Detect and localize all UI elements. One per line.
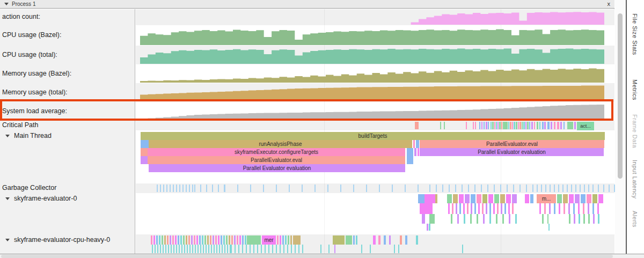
cpu-heavy-event [320, 245, 321, 253]
event-tick [253, 245, 254, 253]
cpu-heavy-event [373, 235, 376, 245]
flame-span-small[interactable] [141, 148, 148, 156]
event-tick [222, 245, 223, 253]
gc-event-tick [609, 185, 610, 192]
flame-span[interactable]: buildTargets [141, 132, 605, 140]
gc-event-tick [588, 185, 589, 192]
horizontal-scrollbar-thumb[interactable] [1, 255, 613, 258]
event-tick [239, 235, 241, 245]
event-tick [298, 245, 299, 253]
event-tick [168, 245, 169, 253]
critical-path-event [564, 122, 565, 129]
cpu-heavy-event [293, 235, 301, 245]
side-tab-alerts[interactable]: Alerts [632, 211, 638, 227]
mem_bazel-area-chart [136, 64, 614, 83]
gc-event-tick [537, 185, 538, 192]
gc-event-tick [340, 185, 341, 192]
flame-span[interactable]: skyframeExecutor.configureTargets [148, 148, 405, 156]
event-tick [483, 214, 485, 224]
critical-path-event [527, 122, 529, 129]
event-tick [194, 235, 195, 245]
gc-event-tick [289, 185, 290, 192]
event-tick [165, 245, 166, 253]
collapse-caret-icon[interactable] [5, 135, 10, 137]
evaluator0-merge-block[interactable]: m... [537, 194, 556, 203]
event-tick [155, 245, 156, 253]
flame-span[interactable]: Parallel Evaluator evaluation [420, 148, 604, 156]
flame-span-small[interactable] [407, 148, 413, 156]
event-tick [477, 194, 481, 203]
event-tick [581, 194, 586, 203]
gc-event-tick [263, 185, 264, 192]
flame-span[interactable]: Parallel Evaluator evaluation [149, 164, 405, 172]
flame-span[interactable]: ParallelEvaluator.eval [420, 140, 604, 148]
event-tick [164, 235, 166, 245]
flame-span[interactable]: runAnalysisPhase [149, 140, 412, 148]
gc-event-tick [163, 185, 164, 192]
critical-path-event [514, 122, 515, 129]
track-label: action count: [2, 13, 40, 20]
event-tick [467, 203, 469, 214]
action_count-area-chart [136, 9, 614, 25]
trace-canvas[interactable]: act...buildTargetsrunAnalysisPhaseParall… [136, 0, 614, 254]
vertical-scrollbar-thumb[interactable] [618, 13, 623, 179]
flame-span-small[interactable] [413, 140, 415, 148]
gc-event-tick [468, 185, 469, 192]
gc-event-tick [550, 185, 551, 192]
track-label: skyframe-evaluator-cpu-heavy-0 [14, 236, 110, 244]
evaluator0-event [425, 194, 435, 203]
side-tab-frame-data[interactable]: Frame Data [632, 114, 638, 148]
cpu-heavy-event [370, 245, 371, 253]
horizontal-scrollbar[interactable] [0, 254, 644, 258]
collapse-caret-icon[interactable] [4, 3, 9, 5]
evaluator0-event [435, 194, 437, 203]
cpu-heavy-event [353, 235, 355, 245]
side-tab-file-size-stats[interactable]: File Size Stats [632, 13, 638, 55]
event-tick [493, 203, 495, 214]
side-tab-input-latency[interactable]: Input Latency [632, 160, 638, 199]
critical-path-event [496, 122, 497, 129]
gc-event-tick [182, 185, 184, 192]
event-tick [497, 203, 499, 214]
event-tick [504, 203, 506, 214]
gc-event-tick [571, 185, 572, 192]
critical-path-event [484, 122, 485, 129]
critical-path-event [522, 122, 523, 129]
gc-event-tick [224, 185, 225, 192]
critical-path-action-block[interactable]: act... [577, 122, 594, 130]
event-tick [227, 245, 228, 253]
flame-span-small[interactable] [141, 140, 149, 148]
flame-span-small[interactable] [414, 148, 416, 156]
event-tick [285, 235, 287, 245]
flame-span[interactable]: ParallelEvaluator.eval [148, 156, 405, 164]
event-tick [188, 235, 190, 245]
collapse-caret-icon[interactable] [5, 239, 10, 241]
event-tick [502, 214, 504, 224]
event-tick [587, 194, 591, 203]
gc-event-tick [513, 185, 514, 192]
event-tick [207, 235, 209, 245]
collapse-caret-icon[interactable] [5, 197, 10, 200]
event-tick [276, 245, 277, 253]
side-tab-metrics[interactable]: Metrics [632, 79, 638, 100]
gc-event-tick [487, 185, 488, 192]
gc-event-tick [558, 185, 559, 192]
event-tick [186, 235, 187, 245]
flame-span-small[interactable] [416, 140, 419, 148]
gc-event-tick [580, 185, 581, 192]
event-tick [280, 245, 281, 253]
event-tick [463, 203, 465, 214]
event-tick [287, 245, 288, 253]
event-tick [245, 235, 246, 245]
event-tick [234, 235, 236, 245]
flame-span-small[interactable] [141, 156, 148, 164]
critical-path-event [497, 122, 499, 129]
cpu-heavy-merge-block[interactable]: mer [262, 235, 276, 245]
event-tick [494, 194, 499, 203]
flame-span-small[interactable] [407, 156, 413, 164]
vertical-scrollbar[interactable] [615, 0, 626, 254]
gc-event-tick [592, 185, 594, 192]
flame-span-small[interactable] [418, 148, 419, 156]
gc-event-tick [200, 185, 201, 192]
event-tick [488, 194, 493, 203]
